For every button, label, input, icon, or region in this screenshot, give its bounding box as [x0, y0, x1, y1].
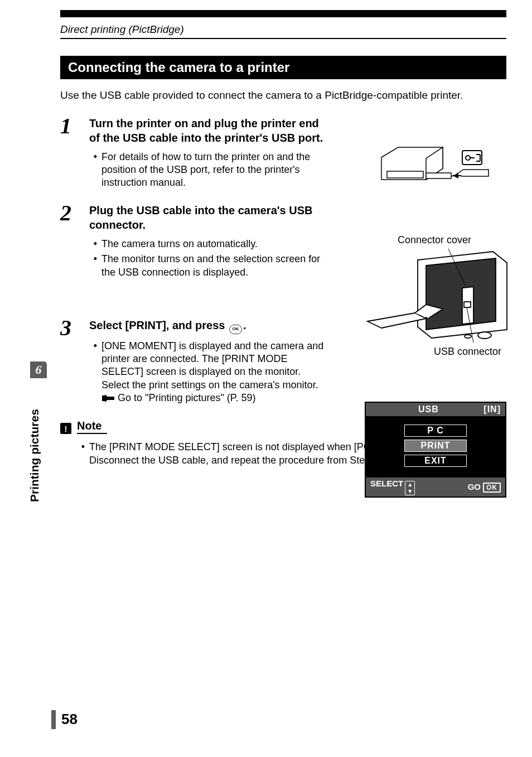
section-heading: Connecting the camera to a printer — [60, 56, 506, 79]
side-section-label: Printing pictures — [28, 409, 41, 502]
lcd-option-exit: EXIT — [404, 455, 467, 467]
bullet-text: [ONE MOMENT] is displayed and the camera… — [101, 340, 323, 390]
svg-rect-1 — [426, 173, 451, 179]
pointer-icon — [101, 394, 116, 403]
header-bar — [60, 10, 506, 17]
bullet-item: • The monitor turns on and the selection… — [89, 253, 323, 279]
exclamation-icon: ! — [60, 423, 71, 434]
camera-illustration: Connector cover USB connector — [365, 234, 504, 363]
updown-icon: ▲▼ — [405, 481, 415, 495]
step-title: Plug the USB cable into the camera's USB… — [89, 203, 323, 232]
ok-box-icon: OK — [483, 483, 501, 493]
bullet-text: For details of how to turn the printer o… — [101, 151, 323, 190]
lcd-option-print: PRINT — [404, 440, 467, 452]
svg-point-5 — [478, 332, 491, 339]
goto-text: Go to "Printing pictures" (P. 59) — [118, 392, 256, 404]
lcd-select-label: SELECT▲▼ — [370, 479, 415, 495]
bullet-item: • [ONE MOMENT] is displayed and the came… — [89, 340, 329, 407]
bullet-item: • The camera turns on automatically. — [89, 238, 323, 250]
connector-cover-callout: Connector cover — [365, 234, 504, 246]
step-number: 3 — [60, 318, 89, 406]
note-label: Note — [77, 420, 107, 434]
lcd-screen-illustration: . USB [IN] P C PRINT EXIT SELECT▲▼ GOOK — [365, 402, 504, 498]
step-number: 2 — [60, 203, 89, 279]
svg-point-6 — [465, 335, 471, 338]
svg-marker-4 — [453, 173, 458, 179]
chapter-tab: 6 — [30, 361, 47, 378]
bullet-text: The camera turns on automatically. — [101, 238, 258, 250]
step-title: Select [PRINT], and press OK. — [89, 318, 329, 334]
lcd-title: USB — [418, 404, 439, 414]
goto-reference: Go to "Printing pictures" (P. 59) — [101, 392, 256, 404]
step-title-text: Select [PRINT], and press — [89, 319, 228, 331]
page-number-bar — [51, 710, 56, 729]
intro-paragraph: Use the USB cable provided to connect th… — [60, 88, 506, 103]
step-number: 1 — [60, 116, 89, 190]
usb-connector-callout: USB connector — [365, 346, 504, 358]
svg-rect-0 — [387, 171, 423, 178]
lcd-go-label: GOOK — [468, 482, 501, 493]
bullet-item: • For details of how to turn the printer… — [89, 151, 323, 190]
step-title-suffix: . — [243, 319, 246, 331]
lcd-option-pc: P C — [404, 425, 467, 437]
svg-rect-7 — [464, 302, 471, 307]
running-head: Direct printing (PictBridge) — [60, 23, 184, 36]
printer-illustration — [370, 141, 499, 196]
page-number: 58 — [61, 711, 78, 728]
ok-button-icon: OK — [229, 325, 242, 334]
lcd-in-indicator: [IN] — [483, 404, 501, 414]
bullet-text: The monitor turns on and the selection s… — [101, 253, 323, 279]
header-rule — [60, 38, 506, 39]
page: Direct printing (PictBridge) 6 Printing … — [0, 0, 532, 757]
svg-point-3 — [466, 156, 470, 160]
step-title: Turn the printer on and plug the printer… — [89, 116, 323, 145]
